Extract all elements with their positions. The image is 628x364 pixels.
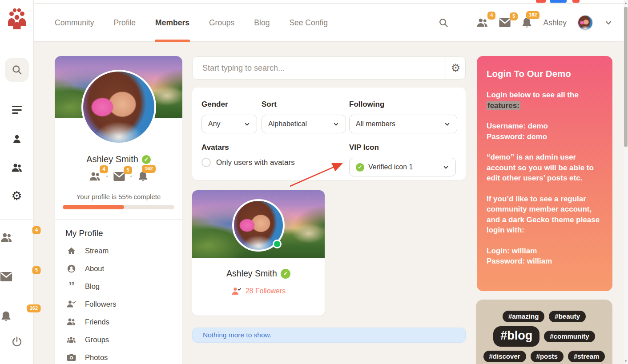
vip-icon-value: Verified icon 1 (368, 163, 439, 171)
rail-members-item[interactable] (11, 163, 23, 173)
hashtag-discover[interactable]: #discover (483, 351, 526, 362)
sort-select[interactable]: Alphabetical (262, 115, 346, 133)
hashtag-blog[interactable]: #blog (493, 326, 539, 347)
rail-search-button[interactable] (5, 58, 29, 82)
gear-icon: ⚙ (11, 189, 22, 203)
profile-notifications[interactable]: 162 (137, 171, 149, 182)
profile-menu-groups[interactable]: Groups (55, 331, 182, 348)
hashtag-amazing[interactable]: #amazing (503, 311, 544, 322)
gender-value: Any (208, 120, 244, 128)
rail-logout[interactable] (11, 336, 23, 348)
avatars-option-label[interactable]: Only users with avatars (216, 158, 295, 167)
profile-progress-bar (63, 205, 174, 209)
avatars-only-radio[interactable] (201, 158, 211, 167)
profile-menu-about[interactable]: About (55, 260, 182, 277)
friends-count-badge: 4 (100, 165, 108, 173)
profile-name[interactable]: Ashley Smith (86, 154, 138, 164)
user-name[interactable]: Ashley (543, 18, 567, 28)
profile-counters: 4 5 162 (55, 171, 182, 182)
rail-stream-item[interactable] (12, 106, 22, 114)
topbar-notifications[interactable]: 162 (521, 17, 532, 28)
gender-select[interactable]: Any (201, 115, 257, 133)
verified-icon: ✓ (142, 155, 151, 164)
envelope-icon (0, 272, 33, 281)
about-icon (66, 264, 76, 273)
nav-item-see-config[interactable]: See Config (289, 4, 328, 42)
chevron-down-icon[interactable] (604, 18, 613, 27)
top-edge-strip (34, 0, 628, 4)
rail-friend-requests[interactable]: 4 (0, 232, 33, 243)
member-followers-count: 28 Followers (246, 287, 286, 295)
nav-label: Groups (209, 18, 234, 28)
member-name[interactable]: Ashley Smith (226, 268, 277, 279)
topbar-messages[interactable]: 5 (499, 18, 511, 27)
member-followers[interactable]: 28 Followers (192, 287, 325, 296)
menu-label: Photos (85, 353, 108, 362)
people-icon (89, 171, 101, 182)
profile-menu-blog[interactable]: ” Blog (55, 277, 182, 295)
home-icon (66, 246, 76, 256)
search-icon (11, 64, 23, 76)
search-input[interactable] (193, 57, 446, 79)
scrollbar-thumb[interactable] (624, 7, 628, 147)
scroll-up-arrow[interactable]: ▲ (624, 1, 628, 4)
followers-icon (231, 287, 242, 296)
profile-avatar[interactable] (81, 70, 156, 144)
menu-label: Friends (85, 318, 109, 326)
login-label: Login: (487, 247, 512, 255)
profile-progress-fill (63, 205, 124, 209)
nav-label: Blog (254, 18, 270, 28)
people-icon (0, 232, 33, 243)
promo-regular-note: If you’d like to see a regular community… (487, 194, 603, 236)
member-avatar[interactable] (232, 199, 285, 252)
nav-item-profile[interactable]: Profile (114, 4, 136, 42)
rail-messages[interactable]: 5 (0, 272, 33, 281)
profile-menu-photos[interactable]: Photos (55, 348, 182, 364)
friends-icon (66, 317, 76, 326)
dot-separator (106, 176, 108, 177)
chevron-down-icon (443, 164, 449, 171)
dot-separator (130, 176, 132, 177)
hashtag-posts[interactable]: #posts (531, 351, 564, 362)
profile-completeness-text: Your profile is 55% complete (55, 193, 182, 200)
rail-divider (0, 219, 34, 220)
hashtag-community[interactable]: #community (544, 331, 595, 342)
rail-notifications[interactable]: 162 (0, 310, 33, 322)
profile-menu-friends[interactable]: Friends (55, 313, 182, 331)
hashtag-beauty[interactable]: #beauty (549, 311, 586, 322)
login-value: william (512, 247, 537, 255)
profile-friend-requests[interactable]: 4 (89, 171, 101, 182)
rail-settings-item[interactable]: ⚙ (11, 190, 22, 202)
nav-item-community[interactable]: Community (55, 4, 94, 42)
empty-results-text: Nothing more to show. (203, 331, 271, 339)
nav-item-groups[interactable]: Groups (209, 4, 234, 42)
page-scrollbar[interactable]: ▲ ▼ (624, 0, 628, 364)
envelope-icon (113, 172, 125, 181)
profile-messages[interactable]: 5 (113, 172, 125, 181)
main-nav: Community Profile Members Groups Blog Se… (55, 4, 328, 42)
rail-profile-item[interactable] (12, 134, 22, 144)
topbar-friend-requests[interactable]: 4 (476, 17, 488, 28)
following-label: Following (349, 100, 457, 109)
search-settings-button[interactable]: ⚙ (446, 57, 465, 79)
user-avatar[interactable] (577, 15, 593, 31)
nav-item-blog[interactable]: Blog (254, 4, 270, 42)
profile-menu-stream[interactable]: Stream (55, 242, 182, 260)
profile-menu-followers[interactable]: Followers (55, 295, 182, 313)
my-profile-heading: My Profile (55, 220, 182, 242)
following-value: All members (356, 120, 444, 128)
community-logo[interactable] (6, 7, 28, 30)
scroll-down-arrow[interactable]: ▼ (624, 360, 628, 363)
chevron-down-icon (444, 121, 451, 128)
menu-label: Followers (85, 300, 117, 308)
hashtag-stream[interactable]: #stream (568, 351, 605, 362)
cropped-red-fragment (572, 0, 580, 3)
following-select[interactable]: All members (349, 115, 457, 133)
nav-item-members[interactable]: Members (155, 4, 189, 42)
vip-icon-select[interactable]: ✓ Verified icon 1 (349, 158, 456, 176)
nav-label: Community (55, 18, 94, 28)
member-card[interactable]: Ashley Smith ✓ 28 Followers (192, 190, 325, 316)
search-icon[interactable] (438, 17, 449, 28)
demo-login-promo: Login To Our Demo Login below to see all… (477, 56, 612, 291)
envelope-icon (499, 18, 511, 27)
